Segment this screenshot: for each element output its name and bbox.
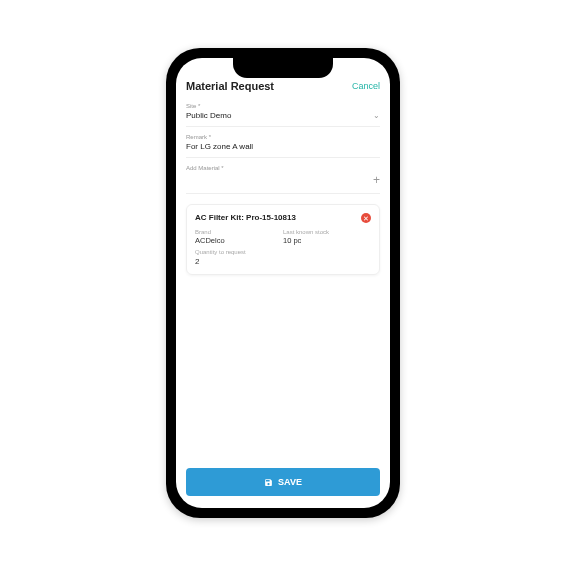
chevron-down-icon: ⌄ [373, 111, 380, 120]
plus-icon: + [373, 173, 380, 187]
form-content: Site * Public Demo ⌄ Remark * For LG zon… [176, 98, 390, 460]
save-label: SAVE [278, 477, 302, 487]
remark-field[interactable]: Remark * For LG zone A wall [186, 129, 380, 158]
qty-input[interactable]: 2 [195, 256, 371, 266]
remark-label: Remark * [186, 134, 380, 140]
footer: SAVE [176, 460, 390, 508]
save-button[interactable]: SAVE [186, 468, 380, 496]
app-screen: Material Request Cancel Site * Public De… [176, 58, 390, 508]
site-label: Site * [186, 103, 380, 109]
delete-item-button[interactable]: ✕ [361, 213, 371, 223]
remark-value: For LG zone A wall [186, 142, 253, 151]
page-title: Material Request [186, 80, 274, 92]
item-title: AC Filter Kit: Pro-15-10813 [195, 213, 296, 222]
stock-value: 10 pc [283, 236, 371, 245]
phone-notch [233, 58, 333, 78]
stock-label: Last known stock [283, 229, 371, 235]
add-material-field[interactable]: Add Material * + [186, 160, 380, 194]
phone-frame: Material Request Cancel Site * Public De… [166, 48, 400, 518]
brand-value: ACDelco [195, 236, 283, 245]
brand-label: Brand [195, 229, 283, 235]
material-item-card: AC Filter Kit: Pro-15-10813 ✕ Brand ACDe… [186, 204, 380, 275]
qty-label: Quantity to request [195, 249, 371, 255]
close-icon: ✕ [363, 215, 369, 222]
add-material-label: Add Material * [186, 165, 380, 171]
cancel-button[interactable]: Cancel [352, 81, 380, 91]
save-icon [264, 478, 273, 487]
site-value: Public Demo [186, 111, 231, 120]
site-field[interactable]: Site * Public Demo ⌄ [186, 98, 380, 127]
